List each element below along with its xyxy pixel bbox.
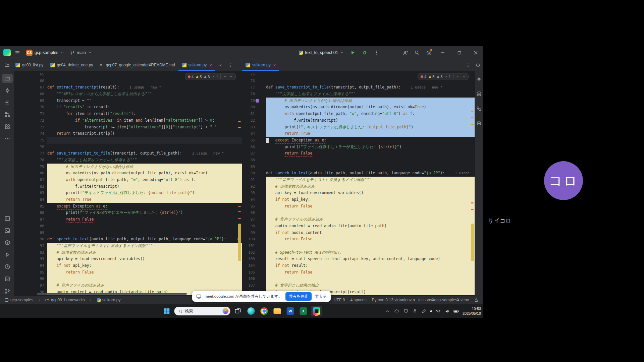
- code-line[interactable]: audio_content = read_audio_file(audio_fi…: [266, 223, 475, 230]
- tab-options-kebab-icon[interactable]: [463, 60, 473, 70]
- error-stripe[interactable]: [471, 71, 474, 296]
- lock-icon[interactable]: [474, 298, 478, 302]
- add-user-button[interactable]: [400, 48, 410, 58]
- prev-problem-chevron-icon[interactable]: [223, 75, 227, 78]
- close-tab-icon[interactable]: ×: [273, 63, 276, 68]
- code-line[interactable]: [47, 230, 242, 236]
- code-line[interactable]: if "alternatives" in item and len(item["…: [47, 117, 242, 124]
- code-line[interactable]: [266, 164, 475, 170]
- status-indent[interactable]: 4 spaces: [350, 298, 366, 302]
- code-line[interactable]: except Exception as e:: [266, 137, 475, 144]
- code-line[interactable]: f.write(transcript): [266, 117, 475, 124]
- status-interpreter[interactable]: Python 3.13 virtualenv a...lessons¥gcp-s…: [372, 298, 469, 302]
- wifi-icon[interactable]: [435, 308, 441, 314]
- code-line[interactable]: def save_transcript_to_file(transcript, …: [266, 84, 475, 91]
- code-line[interactable]: def speech_to_text(audio_file_path, outp…: [47, 236, 242, 243]
- breadcrumb-file[interactable]: saikoro.py: [97, 298, 121, 302]
- code-left[interactable]: def extract_transcript(result):1 usage n…: [47, 71, 242, 296]
- error-stripe[interactable]: [238, 71, 241, 296]
- security-shield-icon[interactable]: [403, 308, 409, 314]
- code-line[interactable]: [47, 137, 242, 144]
- notifications-bell-icon[interactable]: [473, 60, 483, 70]
- main-menu-icon[interactable]: [12, 48, 22, 58]
- chrome-icon[interactable]: [259, 306, 270, 316]
- code-line[interactable]: transcript += item["alternatives"][0]["t…: [47, 124, 242, 131]
- code-vision-hint[interactable]: 1 usage new *: [411, 85, 443, 89]
- code-line[interactable]: def save_transcript_to_file(transcript, …: [47, 150, 242, 157]
- more-tools-icon[interactable]: [2, 134, 13, 143]
- code-line[interactable]: os.makedirs(os.path.dirname(output_file_…: [47, 170, 242, 177]
- code-line[interactable]: [266, 243, 475, 249]
- code-line[interactable]: """APIレスポンスから文字起こし結果を抽出する""": [47, 91, 242, 98]
- database-tool-icon[interactable]: [475, 89, 483, 99]
- code-line[interactable]: # Speech-to-Text APIの呼び出し: [266, 249, 475, 256]
- ai-assistant-tool-icon[interactable]: [475, 74, 483, 84]
- settings-gear-icon[interactable]: [424, 48, 434, 58]
- run-tool-icon[interactable]: [2, 250, 13, 259]
- code-line[interactable]: if not audio_content:: [266, 230, 475, 236]
- code-line[interactable]: """文字起こし結果をファイルに保存する""": [47, 157, 242, 164]
- code-line[interactable]: api_key = load_environment_variables(): [266, 190, 475, 196]
- tab-gc03-list[interactable]: gc03_list.py: [12, 59, 47, 71]
- stop-sharing-button[interactable]: 共有を停止: [285, 292, 312, 301]
- tab-saikoro-right[interactable]: saikoro.py×: [242, 59, 279, 71]
- code-line[interactable]: def extract_transcript(result):1 usage n…: [47, 84, 242, 91]
- code-line[interactable]: return True: [47, 196, 242, 203]
- code-line[interactable]: if not api_key:: [266, 196, 475, 203]
- code-line[interactable]: return False: [266, 269, 475, 276]
- code-line[interactable]: return False: [47, 216, 242, 223]
- code-line[interactable]: # 環境変数の読み込み: [47, 249, 242, 256]
- tab-gc04-delete-one[interactable]: gc04_delete_one.py: [47, 59, 96, 71]
- minimize-button[interactable]: [435, 46, 450, 59]
- file-explorer-icon[interactable]: [272, 306, 283, 316]
- project-folder-icon[interactable]: [2, 60, 12, 70]
- code-vision-hint[interactable]: 1 usage new *: [129, 85, 161, 89]
- search-highlight-icon[interactable]: [223, 308, 229, 314]
- code-line[interactable]: """音声ファイルをテキストに変換するメイン関数""": [266, 177, 475, 183]
- code-line[interactable]: api_key = load_environment_variables(): [47, 256, 242, 262]
- microphone-icon[interactable]: [412, 308, 418, 314]
- plugins-tool-icon[interactable]: [475, 119, 483, 128]
- tab-readme[interactable]: M↓gcp07_google_calendar¥README.md: [96, 59, 178, 71]
- taskbar-search[interactable]: 検索: [174, 307, 230, 315]
- branch-widget[interactable]: main: [68, 49, 94, 56]
- ime-indicator[interactable]: A: [430, 309, 432, 313]
- tab-options-kebab-icon[interactable]: [225, 60, 235, 70]
- code-line[interactable]: [266, 276, 475, 282]
- pull-requests-tool-icon[interactable]: [2, 110, 13, 119]
- code-line[interactable]: with open(output_file_path, "w", encodin…: [47, 177, 242, 183]
- structure-tool-icon[interactable]: [2, 98, 13, 107]
- code-line[interactable]: [47, 223, 242, 230]
- todo-tool-icon[interactable]: [2, 274, 13, 284]
- dependencies-tool-icon[interactable]: [475, 104, 483, 113]
- code-line[interactable]: # 音声ファイルの読み込み: [266, 216, 475, 223]
- hide-banner-link[interactable]: 非表示: [315, 294, 327, 299]
- battery-icon[interactable]: [453, 308, 460, 314]
- commit-tool-icon[interactable]: [2, 86, 13, 95]
- code-line[interactable]: print(f"テキストファイルに保存しました: {output_file_pa…: [266, 124, 475, 131]
- python-console-tool-icon[interactable]: [2, 214, 13, 223]
- code-line[interactable]: with open(output_file_path, "w", encodin…: [266, 111, 475, 117]
- hidden-tabs-chevron-icon[interactable]: [215, 60, 225, 70]
- code-line[interactable]: print(f"ファイル保存中にエラーが発生しました: {str(e)}"): [47, 209, 242, 216]
- python-packages-tool-icon[interactable]: [2, 238, 13, 247]
- next-problem-chevron-icon[interactable]: [229, 75, 233, 78]
- run-button[interactable]: [348, 48, 358, 58]
- code-vision-hint[interactable]: 1 usage new *: [192, 151, 224, 155]
- word-icon[interactable]: W: [285, 306, 296, 316]
- code-line[interactable]: return transcript.strip(): [47, 130, 242, 137]
- search-everywhere-icon[interactable]: [412, 48, 422, 58]
- tab-saikoro-left[interactable]: saikoro.py×: [178, 59, 215, 71]
- code-line[interactable]: if not api_key:: [47, 262, 242, 269]
- terminal-tool-icon[interactable]: [2, 226, 13, 235]
- code-line[interactable]: return True: [266, 130, 475, 137]
- code-line[interactable]: # 出力ディレクトリがない場合は作成: [47, 164, 242, 170]
- code-line[interactable]: print(f"テキストファイルに保存しました: {output_file_pa…: [47, 190, 242, 196]
- code-line[interactable]: except Exception as e:: [47, 203, 242, 210]
- code-line[interactable]: return False: [266, 203, 475, 210]
- hidden-icons-chevron-icon[interactable]: [385, 308, 391, 314]
- code-line[interactable]: [266, 157, 475, 164]
- inspections-widget[interactable]: 4 5 3 ✓1: [418, 73, 469, 80]
- close-button[interactable]: [468, 46, 483, 59]
- inline-ai-icon[interactable]: [256, 99, 259, 103]
